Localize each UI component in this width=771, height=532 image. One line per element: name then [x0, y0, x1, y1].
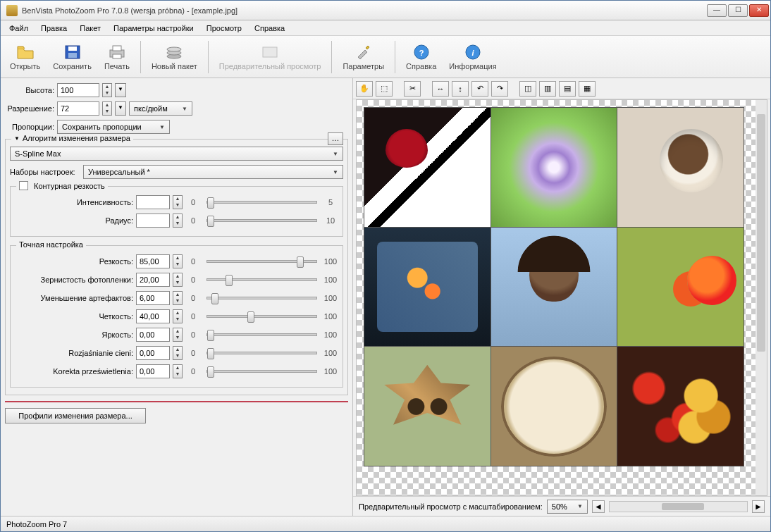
- maximize-button[interactable]: ☐: [728, 4, 748, 17]
- view-split-h-button[interactable]: ▥: [539, 81, 556, 97]
- resolution-unit-select[interactable]: пкс/дюйм▼: [129, 101, 192, 116]
- view-split-v-button[interactable]: ▤: [559, 81, 576, 97]
- print-icon: [107, 44, 127, 61]
- flip-h-button[interactable]: ↔: [432, 81, 449, 97]
- new-batch-button[interactable]: Новый пакет: [147, 42, 202, 73]
- rotate-right-icon: ↷: [497, 84, 503, 93]
- clarity-spinner[interactable]: ▲▼: [173, 309, 183, 323]
- exposure-input[interactable]: [136, 364, 170, 378]
- shadows-input[interactable]: [136, 346, 170, 360]
- rotate-left-button[interactable]: ↶: [471, 81, 488, 97]
- grain-slider[interactable]: [206, 278, 317, 281]
- toolbar-separator: [208, 41, 209, 73]
- brightness-slider[interactable]: [206, 333, 317, 336]
- menu-batch[interactable]: Пакет: [74, 23, 106, 34]
- intensity-slider[interactable]: [206, 201, 317, 204]
- algorithm-options-button[interactable]: …: [328, 132, 343, 145]
- contour-checkbox[interactable]: [19, 181, 28, 190]
- menu-view[interactable]: Просмотр: [201, 23, 247, 34]
- menu-settings[interactable]: Параметры настройки: [108, 23, 199, 34]
- vertical-scrollbar[interactable]: [755, 100, 767, 495]
- marquee-tool-button[interactable]: ⬚: [376, 81, 393, 97]
- horizontal-scrollbar[interactable]: [609, 501, 748, 512]
- intensity-label: Интенсивность:: [15, 198, 133, 206]
- clarity-slider[interactable]: [206, 315, 317, 318]
- close-button[interactable]: ✕: [749, 4, 769, 17]
- height-dropdown[interactable]: ▼: [115, 83, 126, 97]
- minimize-button[interactable]: —: [707, 4, 727, 17]
- sharpness-label: Резкость:: [15, 257, 133, 266]
- crop-icon: ✂: [409, 84, 416, 93]
- preview-cell: [491, 347, 617, 466]
- height-spinner[interactable]: ▲▼: [102, 83, 112, 97]
- preview-button[interactable]: Предварительный просмотр: [214, 42, 326, 73]
- grain-spinner[interactable]: ▲▼: [173, 273, 183, 287]
- window-title: BenVista PhotoZoom Pro 7.0.8 (wersja pró…: [22, 6, 707, 15]
- radius-spinner[interactable]: ▲▼: [173, 214, 183, 228]
- open-button[interactable]: Открыть: [5, 42, 45, 73]
- resize-algorithm-section: ▼Алгоритм изменения размера … S-Spline M…: [5, 139, 348, 395]
- resize-algorithm-header: Алгоритм изменения размера: [23, 134, 130, 142]
- params-button[interactable]: Параметры: [338, 42, 389, 73]
- height-input[interactable]: [57, 83, 99, 97]
- proportions-select[interactable]: Сохранить пропорции▼: [57, 120, 170, 134]
- shadows-spinner[interactable]: ▲▼: [173, 346, 183, 360]
- intensity-spinner[interactable]: ▲▼: [173, 195, 183, 209]
- sharpness-input[interactable]: [136, 254, 170, 268]
- grain-label: Зернистость фотопленки:: [15, 276, 133, 284]
- print-button[interactable]: Печать: [99, 42, 135, 73]
- clarity-input[interactable]: [136, 309, 170, 323]
- brightness-spinner[interactable]: ▲▼: [173, 328, 183, 342]
- algorithm-select[interactable]: S-Spline Max▼: [10, 147, 343, 161]
- marquee-icon: ⬚: [381, 84, 388, 93]
- status-text: PhotoZoom Pro 7: [6, 520, 67, 528]
- hand-icon: ✋: [359, 84, 369, 93]
- scroll-right-button[interactable]: ►: [752, 500, 765, 513]
- exposure-spinner[interactable]: ▲▼: [173, 364, 183, 378]
- collapse-icon[interactable]: ▼: [14, 135, 20, 142]
- grain-input[interactable]: [136, 273, 170, 287]
- resize-profiles-button[interactable]: Профили изменения размера...: [5, 408, 146, 423]
- help-button[interactable]: ? Справка: [401, 42, 441, 73]
- view-single-button[interactable]: ◫: [519, 81, 536, 97]
- menu-help[interactable]: Справка: [249, 23, 290, 34]
- sharpness-spinner[interactable]: ▲▼: [173, 254, 183, 268]
- preview-area[interactable]: [356, 99, 767, 496]
- resolution-dropdown[interactable]: ▼: [115, 101, 126, 116]
- menu-file[interactable]: Файл: [4, 23, 34, 34]
- info-button[interactable]: i Информация: [444, 42, 501, 73]
- sharpness-slider[interactable]: [206, 260, 317, 263]
- scroll-left-button[interactable]: ◄: [592, 500, 605, 513]
- resolution-input[interactable]: [57, 101, 99, 116]
- split-h-icon: ▥: [544, 84, 551, 93]
- brightness-input[interactable]: [136, 328, 170, 342]
- radius-input[interactable]: [136, 214, 170, 228]
- help-icon: ?: [412, 44, 431, 61]
- finetune-header: Точная настройка: [19, 240, 83, 249]
- save-button[interactable]: Сохранить: [48, 42, 97, 73]
- exposure-slider[interactable]: [206, 370, 317, 373]
- presets-select[interactable]: Универсальный *▼: [83, 165, 343, 179]
- intensity-input[interactable]: [136, 195, 170, 209]
- radius-slider[interactable]: [206, 219, 317, 222]
- view-grid-button[interactable]: ▦: [579, 81, 596, 97]
- proportions-label: Пропорции:: [5, 123, 54, 131]
- resolution-spinner[interactable]: ▲▼: [102, 101, 112, 116]
- presets-label: Наборы настроек:: [10, 168, 80, 176]
- artifact-spinner[interactable]: ▲▼: [173, 291, 183, 305]
- artifact-input[interactable]: [136, 291, 170, 305]
- artifact-slider[interactable]: [206, 297, 317, 299]
- flip-v-button[interactable]: ↕: [452, 81, 469, 97]
- folder-open-icon: [16, 44, 35, 61]
- finetune-subsection: Точная настройка Резкость: ▲▼ 0 100 Зерн…: [10, 245, 343, 388]
- zoom-select[interactable]: 50%▼: [547, 500, 588, 514]
- crop-tool-button[interactable]: ✂: [404, 81, 421, 97]
- shadows-slider[interactable]: [206, 352, 317, 354]
- split-v-icon: ▤: [564, 84, 571, 93]
- clarity-label: Четкость:: [15, 312, 133, 321]
- rotate-right-button[interactable]: ↷: [491, 81, 508, 97]
- resolution-label: Разрешение:: [5, 104, 54, 113]
- menu-edit[interactable]: Правка: [35, 23, 73, 34]
- svg-rect-9: [263, 47, 277, 57]
- hand-tool-button[interactable]: ✋: [356, 81, 373, 97]
